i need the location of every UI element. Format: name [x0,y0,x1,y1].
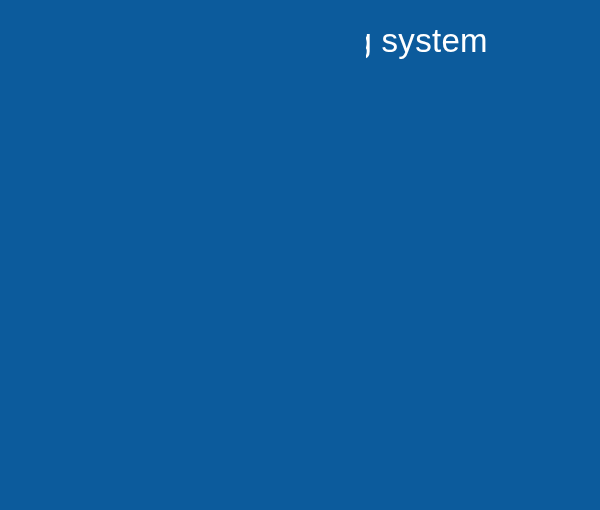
change-defaults-link[interactable]: Change defaults or choose other options [60,0,366,482]
